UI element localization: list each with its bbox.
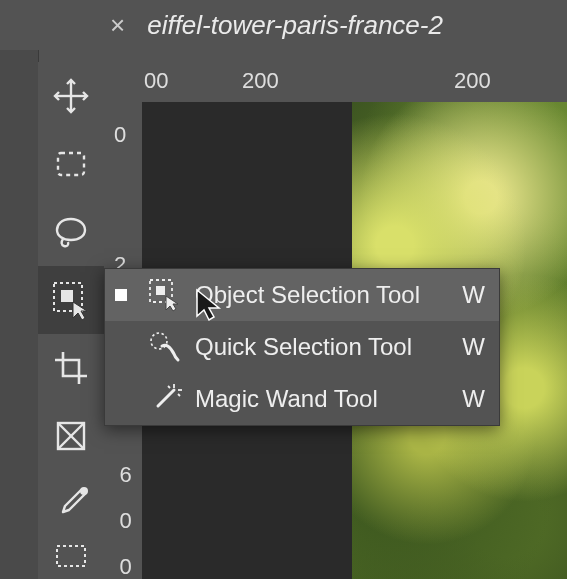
- ruler-label: 200: [242, 68, 279, 94]
- current-tool-marker-icon: [115, 289, 127, 301]
- frame-icon: [51, 416, 91, 456]
- move-tool[interactable]: [38, 62, 104, 130]
- crop-icon: [51, 348, 91, 388]
- ruler-label: 00: [144, 68, 168, 94]
- more-tool[interactable]: [38, 538, 104, 578]
- flyout-item-magic-wand[interactable]: Magic Wand Tool W: [105, 373, 499, 425]
- magic-wand-icon: [147, 381, 183, 417]
- svg-rect-2: [58, 153, 84, 175]
- svg-rect-9: [57, 546, 85, 566]
- svg-line-17: [178, 394, 180, 396]
- object-selection-icon: [49, 278, 93, 322]
- flyout-item-quick-selection[interactable]: Quick Selection Tool W: [105, 321, 499, 373]
- tool-flyout-menu: Object Selection Tool W Quick Selection …: [104, 268, 500, 426]
- svg-point-8: [80, 487, 88, 495]
- move-icon: [51, 76, 91, 116]
- flyout-item-object-selection[interactable]: Object Selection Tool W: [105, 269, 499, 321]
- flyout-item-shortcut: W: [462, 333, 485, 361]
- eyedropper-tool[interactable]: [38, 470, 104, 538]
- flyout-item-label: Magic Wand Tool: [195, 385, 454, 413]
- object-selection-tool[interactable]: [38, 266, 104, 334]
- lasso-tool[interactable]: [38, 198, 104, 266]
- document-tab-bar: × eiffel-tower-paris-france-2: [0, 0, 567, 50]
- flyout-item-shortcut: W: [462, 385, 485, 413]
- quick-selection-icon: [147, 329, 183, 365]
- flyout-item-label: Quick Selection Tool: [195, 333, 454, 361]
- marquee-icon: [51, 144, 91, 184]
- ruler-label: 6 0 0: [114, 462, 136, 577]
- frame-tool[interactable]: [38, 402, 104, 470]
- options-strip: ››: [0, 0, 39, 579]
- ruler-horizontal[interactable]: 00 200 200: [104, 62, 567, 102]
- document-title[interactable]: eiffel-tower-paris-france-2: [147, 10, 443, 41]
- crop-tool[interactable]: [38, 334, 104, 402]
- svg-rect-11: [156, 286, 165, 295]
- flyout-item-label: Object Selection Tool: [195, 281, 454, 309]
- svg-rect-4: [61, 290, 73, 302]
- svg-line-13: [158, 390, 174, 406]
- rectangular-marquee-tool[interactable]: [38, 130, 104, 198]
- ruler-label: 0: [114, 122, 126, 148]
- app-root: ›› × eiffel-tower-paris-france-2: [0, 0, 567, 579]
- object-selection-icon: [147, 277, 183, 313]
- flyout-item-shortcut: W: [462, 281, 485, 309]
- toolbox: [38, 62, 104, 579]
- spot-healing-icon: [51, 544, 91, 572]
- eyedropper-icon: [51, 484, 91, 524]
- close-tab-button[interactable]: ×: [110, 12, 125, 38]
- ruler-label: 200: [454, 68, 491, 94]
- lasso-icon: [51, 212, 91, 252]
- svg-line-16: [168, 386, 170, 388]
